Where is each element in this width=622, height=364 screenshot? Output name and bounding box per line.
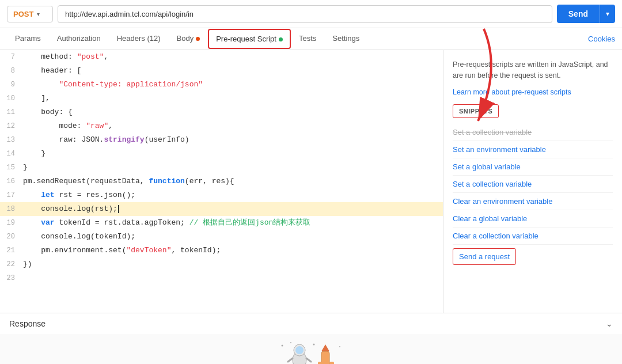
main-content: 7 method: "post", 8 header: [ 9 "Content… xyxy=(0,50,622,313)
code-line-19: 19 var tokenId = rst.data.agpToken; // 根… xyxy=(0,216,443,230)
code-line-22: 22 }) xyxy=(0,257,443,271)
right-panel: Pre-request scripts are written in JavaS… xyxy=(443,50,622,313)
tab-body[interactable]: Body xyxy=(169,28,208,50)
svg-line-4 xyxy=(306,358,311,362)
url-input[interactable] xyxy=(58,5,552,23)
snippets-header: SNIPPETS xyxy=(453,104,499,118)
svg-rect-7 xyxy=(321,351,329,364)
snippet-send-request[interactable]: Send a request xyxy=(453,248,516,265)
svg-point-16 xyxy=(339,346,340,347)
code-line-21: 21 pm.environment.set("devToken", tokenI… xyxy=(0,244,443,257)
svg-rect-9 xyxy=(318,362,323,364)
method-select[interactable]: POST ▾ xyxy=(7,6,53,22)
code-line-20: 20 console.log(tokenId); xyxy=(0,230,443,244)
pre-request-dot xyxy=(279,37,283,41)
method-label: POST xyxy=(13,10,33,18)
code-line-15: 15 } xyxy=(0,161,443,175)
right-panel-info: Pre-request scripts are written in JavaS… xyxy=(453,59,613,81)
method-dropdown-icon: ▾ xyxy=(37,11,40,17)
snippet-clear-env-var[interactable]: Clear an environment variable xyxy=(453,193,613,210)
tabs-bar: Params Authorization Headers (12) Body P… xyxy=(0,28,622,50)
illustration xyxy=(276,340,346,364)
tab-tests[interactable]: Tests xyxy=(291,28,324,50)
top-bar: POST ▾ Send ▾ xyxy=(0,0,622,28)
code-line-7: 7 method: "post", xyxy=(0,50,443,64)
code-line-17: 17 let rst = res.json(); xyxy=(0,188,443,202)
body-dot xyxy=(196,37,200,41)
tab-headers[interactable]: Headers (12) xyxy=(109,28,169,50)
code-line-8: 8 header: [ xyxy=(0,64,443,78)
snippet-set-env-var[interactable]: Set an environment variable xyxy=(453,141,613,158)
code-line-12: 12 mode: "raw", xyxy=(0,119,443,133)
response-chevron-icon: ⌄ xyxy=(606,319,613,328)
illustration-svg xyxy=(276,340,346,364)
code-line-13: 13 raw: JSON.stringify(userInfo) xyxy=(0,133,443,147)
response-bar[interactable]: Response ⌄ xyxy=(0,313,622,334)
response-label: Response xyxy=(9,319,45,328)
code-line-9: 9 "Content-type: application/json" xyxy=(0,78,443,92)
svg-point-13 xyxy=(282,345,283,347)
code-line-23: 23 xyxy=(0,271,443,285)
code-line-16: 16 pm.sendRequest(requestData, function(… xyxy=(0,175,443,188)
tab-settings[interactable]: Settings xyxy=(324,28,367,50)
svg-rect-10 xyxy=(329,362,334,364)
tab-pre-request[interactable]: Pre-request Script xyxy=(208,29,291,49)
send-button[interactable]: Send xyxy=(557,5,600,23)
snippet-set-collection-var[interactable]: Set a collection variable xyxy=(453,176,613,193)
snippet-clear-global-var[interactable]: Clear a global variable xyxy=(453,210,613,227)
bottom-area: CSDN @codu4u1314 xyxy=(0,334,622,364)
svg-point-14 xyxy=(290,342,291,343)
code-editor[interactable]: 7 method: "post", 8 header: [ 9 "Content… xyxy=(0,50,443,313)
snippet-clear-collection-var[interactable]: Clear a collection variable xyxy=(453,227,613,245)
svg-point-2 xyxy=(295,346,304,354)
tab-params[interactable]: Params xyxy=(7,28,49,50)
send-dropdown-button[interactable]: ▾ xyxy=(600,5,615,23)
svg-line-3 xyxy=(288,358,293,362)
cookies-link[interactable]: Cookies xyxy=(588,35,615,43)
code-line-10: 10 ], xyxy=(0,92,443,105)
send-btn-group: Send ▾ xyxy=(557,5,615,23)
code-line-11: 11 body: { xyxy=(0,105,443,119)
code-line-18: 18 console.log(rst); xyxy=(0,202,443,216)
code-line-14: 14 } xyxy=(0,147,443,161)
svg-point-15 xyxy=(313,344,315,346)
snippet-set-collection-var-top[interactable]: Set a collection variable xyxy=(453,124,613,141)
snippet-set-global-var[interactable]: Set a global variable xyxy=(453,158,613,176)
tab-authorization[interactable]: Authorization xyxy=(49,28,109,50)
svg-marker-8 xyxy=(321,344,329,351)
learn-more-link[interactable]: Learn more about pre-request scripts xyxy=(453,88,613,96)
